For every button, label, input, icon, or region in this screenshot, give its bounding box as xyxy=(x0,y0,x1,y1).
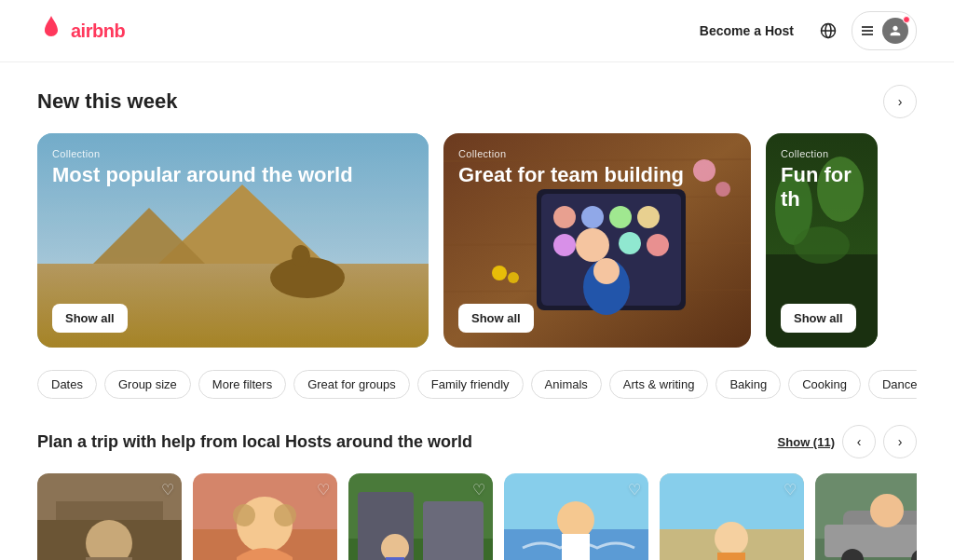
hamburger-icon xyxy=(860,23,875,38)
local-hosts-header: Plan a trip with help from local Hosts a… xyxy=(37,425,917,458)
card-2-show-all-button[interactable]: Show all xyxy=(458,304,534,333)
filter-pill-arts---writing[interactable]: Arts & writing xyxy=(609,370,709,399)
local-hosts-prev-button[interactable]: ‹ xyxy=(842,425,876,458)
svg-rect-65 xyxy=(717,553,745,560)
svg-rect-60 xyxy=(562,534,590,560)
card-1-collection-label: Collection xyxy=(52,148,414,159)
new-this-week-next-button[interactable]: › xyxy=(883,85,917,118)
svg-rect-62 xyxy=(660,473,804,529)
filter-pill-family-friendly[interactable]: Family friendly xyxy=(417,370,524,399)
card-2-collection-label: Collection xyxy=(458,148,736,159)
avatar xyxy=(882,18,908,44)
filter-pill-group-size[interactable]: Group size xyxy=(104,370,191,399)
header: airbnb Become a Host xyxy=(0,0,954,62)
svg-point-50 xyxy=(274,504,296,526)
card-3-content: Collection Fun for th Show all xyxy=(766,133,878,348)
filter-pill-baking[interactable]: Baking xyxy=(716,370,781,399)
filter-pill-more-filters[interactable]: More filters xyxy=(198,370,286,399)
chevron-left-icon: ‹ xyxy=(857,434,862,449)
host-card-6[interactable]: ♡ xyxy=(815,473,917,560)
svg-rect-69 xyxy=(825,525,917,557)
host-card-3[interactable]: ♡ xyxy=(348,473,493,560)
become-host-button[interactable]: Become a Host xyxy=(688,16,805,46)
notification-dot xyxy=(903,16,910,23)
filter-pill-animals[interactable]: Animals xyxy=(531,370,602,399)
menu-avatar[interactable] xyxy=(852,11,917,50)
logo-text: airbnb xyxy=(71,20,125,42)
globe-button[interactable] xyxy=(812,15,844,47)
show-count-button[interactable]: Show (11) xyxy=(778,435,835,449)
card-3-collection-label: Collection xyxy=(781,148,863,159)
svg-point-49 xyxy=(233,504,255,526)
svg-rect-54 xyxy=(423,501,484,560)
collection-card-teambuild[interactable]: Collection Great for team building Show … xyxy=(443,133,751,348)
local-hosts-controls: Show (11) ‹ › xyxy=(778,425,917,458)
airbnb-logo-icon xyxy=(37,14,65,48)
filter-pill-dates[interactable]: Dates xyxy=(37,370,97,399)
card-3-title: Fun for th xyxy=(781,163,863,212)
header-right: Become a Host xyxy=(688,11,917,50)
local-hosts-title: Plan a trip with help from local Hosts a… xyxy=(37,432,472,452)
host-card-5[interactable]: ♡ xyxy=(660,473,804,560)
card-1-title: Most popular around the world xyxy=(52,163,414,187)
svg-point-59 xyxy=(557,501,594,539)
hosts-cards-row: ♡♡♡♡♡♡ xyxy=(37,473,917,560)
wishlist-button-4[interactable]: ♡ xyxy=(628,481,641,499)
wishlist-button-1[interactable]: ♡ xyxy=(161,481,174,499)
filter-pill-great-for-groups[interactable]: Great for groups xyxy=(293,370,410,399)
svg-point-64 xyxy=(715,522,748,555)
section-title: New this week xyxy=(37,89,177,114)
card-1-content: Collection Most popular around the world… xyxy=(37,133,429,348)
host-card-4[interactable]: ♡ xyxy=(504,473,648,560)
wishlist-button-2[interactable]: ♡ xyxy=(317,481,330,499)
filter-pill-dance[interactable]: Dance xyxy=(868,370,917,399)
svg-point-72 xyxy=(870,494,904,527)
local-hosts-next-button[interactable]: › xyxy=(883,425,917,458)
card-1-show-all-button[interactable]: Show all xyxy=(52,304,128,333)
chevron-right-icon: › xyxy=(898,94,903,109)
collection-cards-row: Collection Most popular around the world… xyxy=(37,133,917,348)
card-3-show-all-button[interactable]: Show all xyxy=(781,304,856,333)
main-content: New this week › xyxy=(0,62,954,560)
filter-pill-cooking[interactable]: Cooking xyxy=(788,370,861,399)
collection-card-fun[interactable]: Collection Fun for th Show all xyxy=(766,133,878,348)
logo[interactable]: airbnb xyxy=(37,14,125,48)
wishlist-button-3[interactable]: ♡ xyxy=(472,481,485,499)
chevron-right-icon: › xyxy=(898,434,903,449)
card-2-title: Great for team building xyxy=(458,163,736,187)
wishlist-button-5[interactable]: ♡ xyxy=(784,481,797,499)
host-card-2[interactable]: ♡ xyxy=(193,473,337,560)
filter-row: DatesGroup sizeMore filtersGreat for gro… xyxy=(37,370,917,399)
collection-card-popular[interactable]: Collection Most popular around the world… xyxy=(37,133,429,348)
globe-icon xyxy=(820,22,837,39)
card-2-content: Collection Great for team building Show … xyxy=(443,133,751,348)
new-this-week-header: New this week › xyxy=(37,85,917,118)
host-card-1[interactable]: ♡ xyxy=(37,473,182,560)
